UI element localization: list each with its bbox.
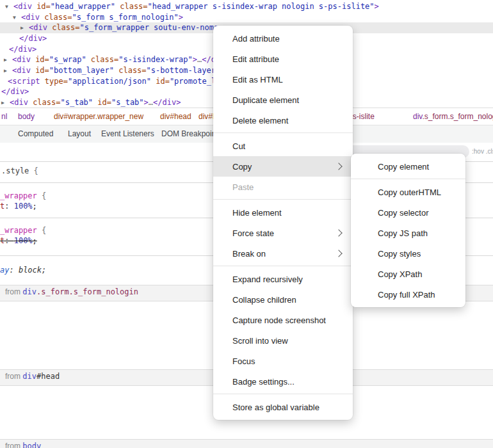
text-segment: nl	[1, 112, 7, 121]
submenu-chevron-icon	[335, 250, 342, 257]
menu-item-capture-node-screenshot[interactable]: Capture node screenshot	[213, 310, 353, 330]
menu-item-collapse-children[interactable]: Collapse children	[213, 289, 353, 310]
text-segment: <div	[29, 23, 52, 32]
copy-submenu: Copy elementCopy outerHTMLCopy selectorC…	[351, 154, 465, 307]
inherited-from-link[interactable]: from div#head	[5, 372, 60, 381]
text-segment: "s_tab"	[60, 98, 93, 107]
collapse-arrow-icon[interactable]: ▶	[4, 54, 12, 65]
tab-computed[interactable]: Computed	[18, 129, 53, 138]
menu-separator	[213, 199, 353, 200]
inherited-from-link[interactable]: from div.s_form.s_form_nologin	[5, 287, 138, 296]
text-segment: _wrapper	[0, 226, 42, 235]
inherited-from-link[interactable]: from body	[5, 442, 41, 448]
menu-item-force-state[interactable]: Force state	[213, 223, 353, 243]
text-segment: class=	[44, 13, 72, 22]
text-segment: .s_form.s_form_nologin	[422, 112, 493, 121]
breadcrumb-item[interactable]: div.s_form.s_form_nologin	[413, 112, 493, 121]
text-segment: {	[34, 166, 38, 175]
devtools-window: ▼<div id="head_wrapper" class="head_wrap…	[0, 0, 493, 448]
menu-item-label: Copy JS path	[378, 228, 428, 238]
text-segment: "s_tab"	[111, 98, 144, 107]
menu-item-scroll-into-view[interactable]: Scroll into view	[213, 330, 353, 351]
menu-item-copy-styles[interactable]: Copy styles	[351, 243, 465, 264]
menu-item-store-as-global-variable[interactable]: Store as global variable	[213, 397, 353, 417]
menu-item-focus[interactable]: Focus	[213, 351, 353, 371]
tab-event-listeners[interactable]: Event Listeners	[101, 129, 154, 138]
menu-item-hide-element[interactable]: Hide element	[213, 202, 353, 223]
expand-arrow-icon[interactable]: ▼	[5, 1, 13, 12]
text-segment: {	[42, 226, 46, 235]
menu-item-expand-recursively[interactable]: Expand recursively	[213, 269, 353, 289]
text-segment: ;	[42, 266, 46, 275]
menu-item-break-on[interactable]: Break on	[213, 243, 353, 264]
menu-item-label: Cut	[232, 141, 245, 151]
text-segment: "s_form_wrapper soutu-env-nomac	[79, 23, 223, 32]
tree-row[interactable]: ▼<div id="head_wrapper" class="head_wrap…	[0, 1, 493, 12]
text-segment: ;	[33, 202, 37, 211]
collapse-arrow-icon[interactable]: ▶	[1, 97, 10, 108]
breadcrumb-item[interactable]: div#wrapper.wrapper_new	[54, 112, 143, 121]
text-segment: 100%	[14, 202, 33, 211]
menu-item-edit-attribute[interactable]: Edit attribute	[213, 49, 353, 69]
text-segment: ;	[33, 236, 37, 245]
text-segment: div#wrapper	[54, 112, 95, 121]
menu-item-copy-xpath[interactable]: Copy XPath	[351, 264, 465, 284]
menu-item-cut[interactable]: Cut	[213, 136, 353, 156]
text-segment: </div>	[1, 87, 29, 96]
expand-arrow-icon[interactable]: ▼	[13, 12, 21, 23]
text-segment: "bottom_layer"	[49, 66, 114, 75]
text-segment: </div>	[19, 34, 47, 43]
menu-item-label: Edit attribute	[232, 54, 279, 64]
styles-toolbar-buttons[interactable]: :hov .cls	[472, 148, 493, 155]
menu-item-copy-js-path[interactable]: Copy JS path	[351, 223, 465, 243]
menu-item-label: Copy full XPath	[378, 290, 435, 300]
menu-item-paste[interactable]: Paste	[213, 177, 353, 197]
tab-layout[interactable]: Layout	[68, 129, 91, 138]
text-segment: class=	[33, 98, 60, 107]
menu-item-label: Delete element	[232, 116, 288, 125]
text-segment: from	[5, 372, 22, 381]
breadcrumb-item[interactable]: div#head	[160, 112, 191, 121]
text-segment: div	[22, 372, 36, 381]
menu-item-edit-as-html[interactable]: Edit as HTML	[213, 69, 353, 90]
menu-item-add-attribute[interactable]: Add attribute	[213, 28, 353, 49]
text-segment: div	[22, 287, 36, 296]
text-segment: .s_form.s_form_nologin	[36, 287, 138, 296]
menu-item-label: Copy styles	[378, 249, 421, 259]
menu-item-badge-settings[interactable]: Badge settings...	[213, 371, 353, 392]
text-segment: id=	[35, 55, 49, 64]
menu-item-copy-outerhtml[interactable]: Copy outerHTML	[351, 182, 465, 202]
menu-item-label: Copy	[232, 162, 252, 172]
menu-item-label: Copy element	[378, 162, 429, 172]
menu-item-copy-full-xpath[interactable]: Copy full XPath	[351, 284, 465, 305]
menu-item-label: Store as global variable	[232, 403, 319, 412]
menu-item-label: Focus	[232, 356, 255, 366]
menu-item-label: Badge settings...	[232, 377, 295, 387]
menu-item-label: Capture node screenshot	[232, 316, 326, 325]
inherited-from-header: from body	[0, 439, 493, 448]
tree-row[interactable]: ▼<div class="s_form s_form_nologin">	[0, 12, 493, 23]
text-segment: <div	[21, 13, 44, 22]
menu-item-copy-selector[interactable]: Copy selector	[351, 202, 465, 223]
menu-item-label: Scroll into view	[232, 336, 288, 346]
text-segment: "s_wrap"	[49, 55, 86, 64]
breadcrumb-item[interactable]: nl	[1, 112, 7, 121]
menu-item-duplicate-element[interactable]: Duplicate element	[213, 90, 353, 110]
text-segment: "application/json"	[68, 77, 151, 86]
text-segment: >	[375, 2, 379, 11]
menu-item-copy-element[interactable]: Copy element	[351, 156, 465, 177]
menu-item-delete-element[interactable]: Delete element	[213, 110, 353, 131]
text-segment: id=	[36, 2, 51, 11]
text-segment: class=	[118, 66, 146, 75]
collapse-arrow-icon[interactable]: ▶	[20, 22, 29, 33]
menu-item-label: Collapse children	[232, 295, 296, 305]
collapse-arrow-icon[interactable]: ▶	[4, 65, 12, 76]
menu-separator	[213, 132, 353, 133]
text-segment: :	[9, 266, 18, 275]
menu-separator	[213, 266, 353, 266]
menu-separator	[213, 394, 353, 394]
breadcrumb-item[interactable]: body	[18, 112, 35, 121]
menu-item-label: Add attribute	[232, 34, 280, 44]
text-segment: body	[22, 442, 41, 448]
menu-item-copy[interactable]: Copy	[213, 156, 353, 177]
